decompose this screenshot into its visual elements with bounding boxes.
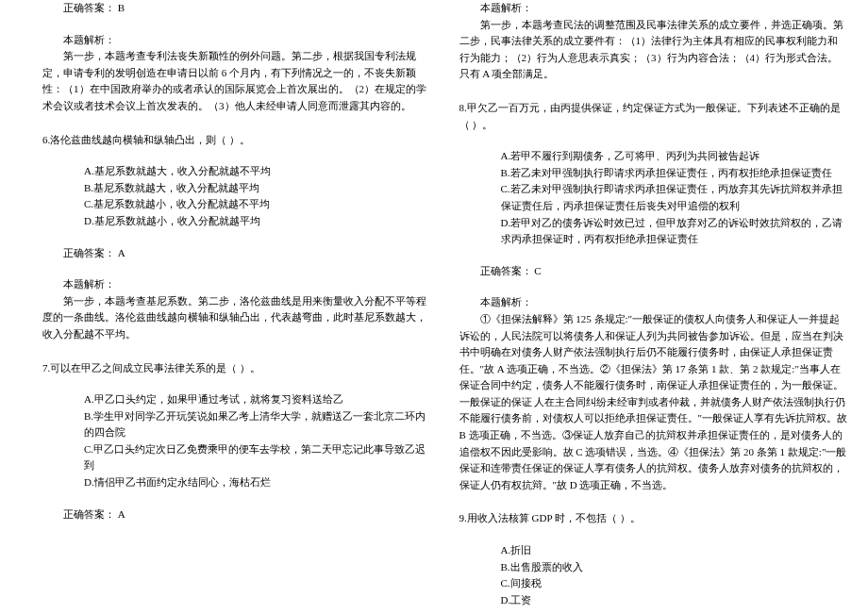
q6-explain-text: 第一步，本题考查基尼系数。第二步，洛伦兹曲线是用来衡量收入分配不平等程度的一条曲… [42, 293, 431, 343]
q8-explain-block: 本题解析： ①《担保法解释》第 125 条规定:"一般保证的债权人向债务人和保证… [459, 294, 848, 493]
q8-optD: D.若甲对乙的债务诉讼时效已过，但甲放弃对乙的诉讼时效抗辩权的，乙请求丙承担保证… [501, 215, 848, 248]
q7: 7.可以在甲乙之间成立民事法律关系的是（ ）。 [42, 360, 431, 377]
q6: 6.洛伦兹曲线越向横轴和纵轴凸出，则（ ）。 [42, 132, 431, 149]
explain-label: 本题解析： [459, 0, 848, 17]
answer-value: A [118, 247, 125, 258]
q7-optA: A.甲乙口头约定，如果甲通过考试，就将复习资料送给乙 [84, 391, 431, 408]
q8: 8.甲欠乙一百万元，由丙提供保证，约定保证方式为一般保证。下列表述不正确的是（ … [459, 100, 848, 133]
q6-answer-block: 正确答案： A [42, 245, 431, 262]
q8-answer: 正确答案： C [459, 263, 848, 280]
answer-label: 正确答案： [63, 2, 115, 13]
q5-explain-text: 第一步，本题考查专利法丧失新颖性的例外问题。第二步，根据我国专利法规定，申请专利… [42, 48, 431, 114]
q9: 9.用收入法核算 GDP 时，不包括（ ）。 [459, 510, 848, 527]
explain-label: 本题解析： [42, 276, 431, 293]
answer-value: B [118, 2, 125, 13]
q6-stem: 6.洛伦兹曲线越向横轴和纵轴凸出，则（ ）。 [42, 132, 431, 149]
q5-answer: 正确答案： B [42, 0, 431, 17]
q9-optB: B.出售股票的收入 [501, 559, 848, 576]
answer-label: 正确答案： [480, 265, 532, 276]
q8-answer-block: 正确答案： C [459, 263, 848, 280]
q7-optC: C.甲乙口头约定次日乙免费乘甲的便车去学校，第二天甲忘记此事导致乙迟到 [84, 441, 431, 474]
q9-optD: D.工资 [501, 592, 848, 609]
q7-options: A.甲乙口头约定，如果甲通过考试，就将复习资料送给乙 B.学生甲对同学乙开玩笑说… [42, 391, 431, 491]
q8-optC: C.若乙未对甲强制执行即请求丙承担保证责任，丙放弃其先诉抗辩权并承担保证责任后，… [501, 181, 848, 214]
q7-optD: D.情侣甲乙书面约定永结同心，海枯石烂 [84, 474, 431, 491]
q5-answer-block: 正确答案： B [42, 0, 431, 17]
q8-stem: 8.甲欠乙一百万元，由丙提供保证，约定保证方式为一般保证。下列表述不正确的是（ … [459, 100, 848, 133]
q9-optA: A.折旧 [501, 542, 848, 559]
q6-answer: 正确答案： A [42, 245, 431, 262]
q8-optB: B.若乙未对甲强制执行即请求丙承担保证责任，丙有权拒绝承担保证责任 [501, 165, 848, 182]
q6-optB: B.基尼系数就越大，收入分配就越平均 [84, 180, 431, 197]
q7-explain-block: 本题解析： 第一步，本题考查民法的调整范围及民事法律关系的成立要件，并选正确项。… [459, 0, 848, 83]
explain-label: 本题解析： [42, 32, 431, 49]
q8-options: A.若甲不履行到期债务，乙可将甲、丙列为共同被告起诉 B.若乙未对甲强制执行即请… [459, 148, 848, 248]
q8-explain-text: ①《担保法解释》第 125 条规定:"一般保证的债权人向债务人和保证人一并提起诉… [459, 311, 848, 494]
q9-optC: C.间接税 [501, 575, 848, 592]
answer-value: A [118, 508, 125, 520]
q9-stem: 9.用收入法核算 GDP 时，不包括（ ）。 [459, 510, 848, 527]
explain-label: 本题解析： [459, 294, 848, 311]
q5-explain-block: 本题解析： 第一步，本题考查专利法丧失新颖性的例外问题。第二步，根据我国专利法规… [42, 32, 431, 115]
q6-optC: C.基尼系数就越小，收入分配就越不平均 [84, 196, 431, 213]
q7-answer: 正确答案： A [42, 506, 431, 523]
q7-explain-text: 第一步，本题考查民法的调整范围及民事法律关系的成立要件，并选正确项。第二步，民事… [459, 17, 848, 83]
q7-answer-block: 正确答案： A [42, 506, 431, 523]
answer-value: C [534, 265, 541, 276]
answer-label: 正确答案： [63, 508, 115, 520]
q7-optB: B.学生甲对同学乙开玩笑说如果乙考上清华大学，就赠送乙一套北京二环内的四合院 [84, 408, 431, 441]
q6-options: A.基尼系数就越大，收入分配就越不平均 B.基尼系数就越大，收入分配就越平均 C… [42, 163, 431, 229]
answer-label: 正确答案： [63, 247, 115, 258]
q8-optA: A.若甲不履行到期债务，乙可将甲、丙列为共同被告起诉 [501, 148, 848, 165]
q7-stem: 7.可以在甲乙之间成立民事法律关系的是（ ）。 [42, 360, 431, 377]
q6-optA: A.基尼系数就越大，收入分配就越不平均 [84, 163, 431, 180]
q6-explain-block: 本题解析： 第一步，本题考查基尼系数。第二步，洛伦兹曲线是用来衡量收入分配不平等… [42, 276, 431, 342]
q9-options: A.折旧 B.出售股票的收入 C.间接税 D.工资 [459, 542, 848, 608]
q6-optD: D.基尼系数就越小，收入分配就越平均 [84, 213, 431, 230]
